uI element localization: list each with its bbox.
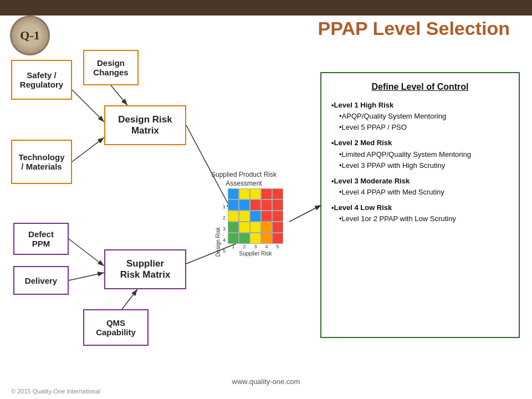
matrix-grid: 1 2 3 4 5 Supplier Risk	[228, 188, 283, 257]
svg-line-6	[69, 273, 104, 280]
header-bar	[0, 0, 532, 16]
box-design-changes: Design Changes	[83, 50, 139, 85]
control-item-2: •Level 5 PPAP / PSO	[331, 122, 509, 133]
control-items: •Level 1 High Risk •APQP/Quality System …	[331, 100, 509, 224]
matrix-x-labels: 1 2 3 4 5	[228, 244, 283, 249]
control-item-5: •Level 3 PPAP with High Scrutiny	[331, 160, 509, 171]
matrix-x-axis-label: Supplier Risk	[228, 250, 283, 257]
spra-label: Supplied Product Risk Assessment	[208, 171, 280, 188]
matrix-y-numbers: 5 4 3 2 1	[223, 201, 227, 257]
control-box-title: Define Level of Control	[331, 82, 509, 92]
box-safety-regulatory: Safety / Regulatory	[11, 60, 72, 100]
control-box: Define Level of Control •Level 1 High Ri…	[320, 72, 520, 338]
box-design-risk-matrix: Design Risk Matrix	[104, 105, 186, 145]
logo: Q-1	[10, 16, 50, 55]
footer-copyright: © 2015 Quality-One International	[11, 388, 100, 395]
control-item-0: •Level 1 High Risk	[331, 100, 509, 111]
svg-line-1	[72, 90, 104, 122]
box-qms-capability: QMS Capability	[83, 309, 149, 346]
footer-url: www.quality-one.com	[232, 377, 300, 386]
svg-line-2	[111, 85, 127, 105]
box-supplier-risk-matrix: Supplier Risk Matrix	[104, 249, 186, 289]
logo-text: Q-1	[20, 28, 39, 43]
control-item-7: •Level 4 PPAP with Med Scrutiny	[331, 187, 509, 198]
control-item-9: •Level 1or 2 PPAP with Low Scrutiny	[331, 213, 509, 224]
matrix-y-label: Design Risk	[215, 227, 221, 257]
control-item-8: •Level 4 Low Risk	[331, 202, 509, 213]
svg-line-3	[72, 137, 104, 162]
svg-line-7	[122, 289, 137, 309]
control-item-3: •Level 2 Med Risk	[331, 137, 509, 149]
svg-line-9	[289, 205, 321, 222]
box-technology-materials: Technology / Materials	[11, 140, 72, 184]
page-title: PPAP Level Selection	[318, 18, 510, 39]
box-delivery: Delivery	[13, 266, 69, 295]
control-item-1: •APQP/Quality System Mentoring	[331, 111, 509, 122]
control-item-6: •Level 3 Moderate Risk	[331, 176, 509, 187]
svg-line-5	[69, 239, 104, 266]
risk-matrix: Design Risk 5 4 3 2 1	[215, 188, 283, 257]
box-defect-ppm: Defect PPM	[13, 223, 69, 255]
control-item-4: •Limited APQP/Quality System Mentoring	[331, 149, 509, 160]
